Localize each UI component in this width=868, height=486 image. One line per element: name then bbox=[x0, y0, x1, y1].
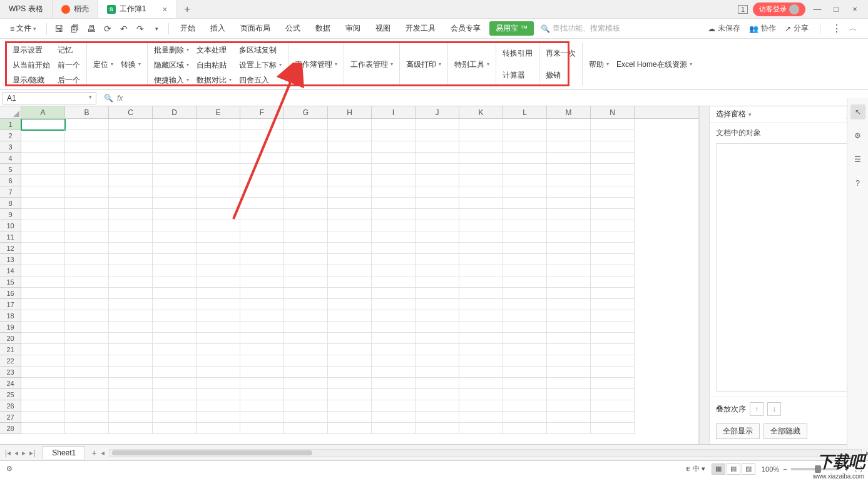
cell[interactable] bbox=[547, 198, 591, 209]
cell[interactable] bbox=[503, 164, 547, 175]
row-header[interactable]: 6 bbox=[0, 175, 21, 186]
redo-icon[interactable]: ↷ bbox=[133, 24, 147, 34]
cell[interactable] bbox=[284, 175, 328, 186]
cell[interactable] bbox=[372, 367, 416, 378]
cell[interactable] bbox=[459, 389, 503, 400]
cell[interactable] bbox=[591, 220, 635, 231]
cell[interactable] bbox=[503, 378, 547, 389]
cell[interactable] bbox=[547, 299, 591, 310]
cursor-tool-icon[interactable]: ↖ bbox=[850, 104, 865, 119]
row-header[interactable]: 3 bbox=[0, 141, 21, 153]
cell[interactable] bbox=[109, 243, 153, 254]
cell[interactable] bbox=[240, 243, 284, 254]
cell[interactable] bbox=[21, 119, 65, 130]
cell[interactable] bbox=[416, 367, 459, 378]
cell[interactable] bbox=[328, 378, 372, 389]
row-header[interactable]: 23 bbox=[0, 367, 21, 378]
cell[interactable] bbox=[197, 254, 240, 265]
row-header[interactable]: 26 bbox=[0, 400, 21, 412]
formula-input[interactable] bbox=[128, 92, 864, 104]
cell[interactable] bbox=[109, 186, 153, 198]
cell[interactable] bbox=[328, 209, 372, 220]
rbtn-memory[interactable]: 记忆 bbox=[55, 43, 83, 58]
cell[interactable] bbox=[197, 310, 240, 321]
cell[interactable] bbox=[21, 288, 65, 299]
row-header[interactable]: 14 bbox=[0, 265, 21, 276]
cell[interactable] bbox=[153, 231, 197, 243]
cell[interactable] bbox=[503, 209, 547, 220]
cell[interactable] bbox=[591, 344, 635, 355]
cell[interactable] bbox=[591, 321, 635, 333]
cell[interactable] bbox=[547, 310, 591, 321]
ime-indicator[interactable]: ⊕ 中 ▾ bbox=[685, 464, 705, 473]
cell[interactable] bbox=[153, 412, 197, 423]
rbtn-convert-ref[interactable]: 转换引用 bbox=[500, 46, 535, 61]
cell[interactable] bbox=[372, 231, 416, 243]
cell[interactable] bbox=[240, 231, 284, 243]
rbtn-from-current[interactable]: 从当前开始 bbox=[10, 58, 53, 73]
rbtn-workbook-mgmt[interactable]: 工作簿管理 bbox=[292, 57, 340, 72]
cell[interactable] bbox=[459, 130, 503, 141]
menu-data[interactable]: 数据 bbox=[309, 21, 337, 36]
cell[interactable] bbox=[109, 400, 153, 412]
cell[interactable] bbox=[65, 321, 109, 333]
cell[interactable] bbox=[65, 355, 109, 367]
cell[interactable] bbox=[65, 198, 109, 209]
cell[interactable] bbox=[547, 220, 591, 231]
cell[interactable] bbox=[591, 198, 635, 209]
cell[interactable] bbox=[197, 243, 240, 254]
cell[interactable] bbox=[21, 175, 65, 186]
cell[interactable] bbox=[547, 412, 591, 423]
cell[interactable] bbox=[197, 333, 240, 344]
cell[interactable] bbox=[284, 412, 328, 423]
cell[interactable] bbox=[109, 220, 153, 231]
cell[interactable] bbox=[503, 333, 547, 344]
rbtn-free-paste[interactable]: 自由粘贴 bbox=[194, 58, 234, 73]
col-header-B[interactable]: B bbox=[65, 106, 109, 118]
cell[interactable] bbox=[459, 243, 503, 254]
rbtn-data-compare[interactable]: 数据对比 bbox=[194, 73, 234, 88]
rbtn-superscript[interactable]: 设置上下标 bbox=[237, 58, 284, 73]
collapse-ribbon-icon[interactable]: ︿ bbox=[849, 23, 857, 34]
cell[interactable] bbox=[459, 265, 503, 276]
cell[interactable] bbox=[459, 367, 503, 378]
print-icon[interactable]: 🗐 bbox=[68, 24, 82, 34]
row-header[interactable]: 9 bbox=[0, 209, 21, 220]
col-header-A[interactable]: A bbox=[21, 106, 65, 118]
cell[interactable] bbox=[21, 367, 65, 378]
cell[interactable] bbox=[416, 243, 459, 254]
cell[interactable] bbox=[372, 175, 416, 186]
cell[interactable] bbox=[153, 276, 197, 288]
menu-formula[interactable]: 公式 bbox=[279, 21, 307, 36]
cell[interactable] bbox=[416, 423, 459, 434]
cell[interactable] bbox=[240, 276, 284, 288]
rbtn-adv-print[interactable]: 高级打印 bbox=[404, 57, 444, 72]
cell[interactable] bbox=[109, 198, 153, 209]
cell[interactable] bbox=[547, 141, 591, 153]
cell[interactable] bbox=[240, 367, 284, 378]
menu-devtools[interactable]: 开发工具 bbox=[399, 21, 442, 36]
cell[interactable] bbox=[416, 400, 459, 412]
cell[interactable] bbox=[372, 220, 416, 231]
col-header-N[interactable]: N bbox=[591, 106, 635, 118]
cell[interactable] bbox=[591, 333, 635, 344]
cell[interactable] bbox=[21, 254, 65, 265]
cell[interactable] bbox=[328, 321, 372, 333]
zoom-in-button[interactable]: + bbox=[845, 465, 849, 473]
cell[interactable] bbox=[503, 423, 547, 434]
cell[interactable] bbox=[153, 175, 197, 186]
cell[interactable] bbox=[591, 355, 635, 367]
close-tab-icon[interactable]: × bbox=[162, 4, 167, 14]
cell[interactable] bbox=[372, 119, 416, 130]
col-header-C[interactable]: C bbox=[109, 106, 153, 118]
cell[interactable] bbox=[503, 265, 547, 276]
share-button[interactable]: ↗ 分享 bbox=[785, 23, 809, 34]
cell[interactable] bbox=[459, 299, 503, 310]
cell[interactable] bbox=[65, 367, 109, 378]
cell[interactable] bbox=[459, 141, 503, 153]
cell[interactable] bbox=[372, 400, 416, 412]
cell[interactable] bbox=[197, 355, 240, 367]
cell[interactable] bbox=[240, 209, 284, 220]
cell[interactable] bbox=[240, 254, 284, 265]
cell[interactable] bbox=[372, 333, 416, 344]
